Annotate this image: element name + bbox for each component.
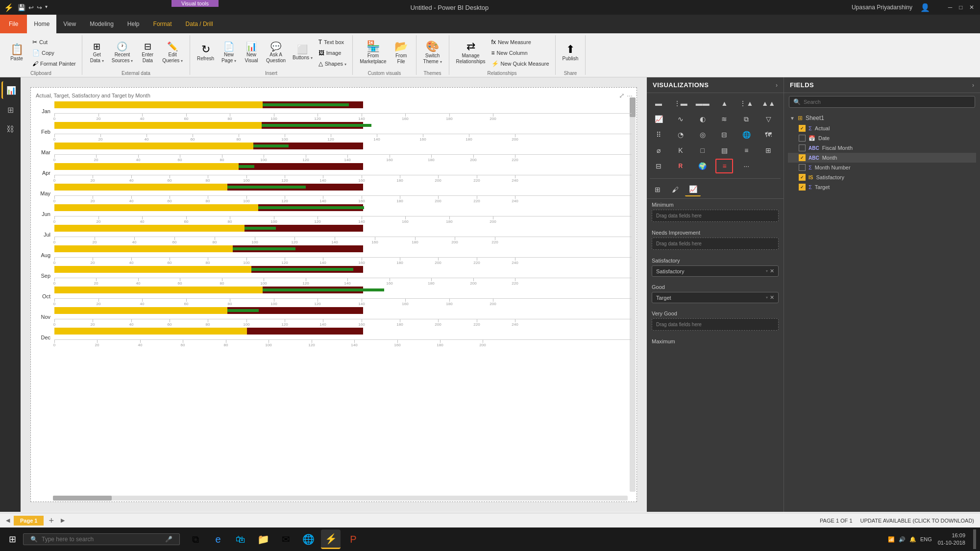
viz-donut[interactable]: ◎: [694, 127, 711, 142]
redo-icon[interactable]: ↪: [37, 4, 42, 11]
minimum-drop-zone[interactable]: Drag data fields here: [652, 210, 779, 222]
from-file-button[interactable]: 📂 FromFile: [391, 36, 412, 70]
viz-waterfall[interactable]: ⧉: [737, 112, 755, 126]
viz-scatter[interactable]: ⠿: [650, 127, 667, 142]
viz-line-col[interactable]: ◐: [694, 112, 711, 126]
tab-view[interactable]: View: [56, 15, 83, 33]
shapes-button[interactable]: △ Shapes ▾: [317, 59, 348, 69]
close-button[interactable]: ✕: [967, 3, 976, 12]
volume-icon[interactable]: 🔊: [899, 536, 906, 543]
fields-panel-expand[interactable]: ›: [972, 82, 974, 89]
field-month-check[interactable]: ✓: [799, 154, 806, 161]
new-column-button[interactable]: ≡ New Column: [490, 48, 551, 58]
taskbar-mail[interactable]: ✉: [276, 529, 295, 549]
field-satisfactory[interactable]: ✓ IS Satisfactory: [788, 172, 976, 182]
field-actual-check[interactable]: ✓: [799, 125, 806, 132]
viz-filled-map[interactable]: 🗺: [760, 127, 777, 142]
viz-clustered-col[interactable]: ⋮▲: [737, 96, 755, 111]
enter-data-button[interactable]: ⊟ EnterData: [137, 36, 158, 70]
buttons-button[interactable]: ⬜ Buttons ▾: [290, 36, 316, 70]
save-icon[interactable]: 💾: [18, 4, 25, 11]
new-visual-button[interactable]: 📊 NewVisual: [241, 36, 262, 70]
chart-focus-icon[interactable]: ⤢: [619, 92, 625, 99]
viz-kpi[interactable]: K: [672, 143, 689, 158]
viz-stacked-bar[interactable]: ▬: [650, 96, 667, 111]
viz-table[interactable]: ⊞: [760, 143, 777, 158]
viz-globe[interactable]: 🌍: [694, 159, 711, 173]
nav-next[interactable]: ▶: [61, 517, 65, 524]
field-target[interactable]: ✓ Σ Target: [788, 182, 976, 192]
viz-stacked-bar-100[interactable]: ▬▬: [694, 96, 711, 111]
switch-theme-button[interactable]: 🎨 SwitchTheme ▾: [420, 36, 445, 70]
field-target-check[interactable]: ✓: [799, 184, 806, 191]
image-button[interactable]: 🖼 Image: [317, 48, 348, 58]
needs-improvement-drop-zone[interactable]: Drag data fields here: [652, 238, 779, 250]
taskbar-store[interactable]: 🛍: [231, 529, 250, 549]
fields-search-box[interactable]: 🔍: [789, 96, 975, 108]
visual-tools-tab[interactable]: Visual tools: [172, 0, 219, 7]
viz-r-script[interactable]: R: [672, 159, 689, 173]
viz-multirow[interactable]: ▤: [715, 143, 733, 158]
tab-modeling[interactable]: Modeling: [83, 15, 121, 33]
publish-button[interactable]: ⬆ Publish: [560, 36, 582, 70]
viz-clustered-bar[interactable]: ⋮▬: [672, 96, 689, 111]
tab-format[interactable]: Format: [147, 15, 179, 33]
tab-home[interactable]: Home: [27, 15, 56, 33]
refresh-button[interactable]: ↻ Refresh: [194, 36, 217, 70]
page-tab-1[interactable]: Page 1: [14, 516, 44, 526]
viz-map[interactable]: 🌐: [737, 127, 755, 142]
viz-treemap[interactable]: ⊟: [715, 127, 733, 142]
field-satisfactory-check[interactable]: ✓: [799, 174, 806, 181]
minimize-button[interactable]: ─: [946, 3, 955, 12]
edit-queries-button[interactable]: ✏️ EditQueries ▾: [159, 36, 186, 70]
nav-model-icon[interactable]: ⛓: [1, 120, 19, 138]
taskbar-powerpoint[interactable]: P: [343, 529, 363, 549]
maximize-button[interactable]: □: [956, 3, 965, 12]
taskbar-task-view[interactable]: ⧉: [186, 529, 205, 549]
show-desktop-button[interactable]: [973, 529, 976, 549]
field-date[interactable]: 📅 Date: [788, 133, 976, 143]
ask-question-button[interactable]: 💬 Ask AQuestion: [263, 36, 289, 70]
viz-line[interactable]: 📈: [650, 112, 667, 126]
taskbar-edge[interactable]: e: [208, 529, 228, 549]
viz-pie[interactable]: ◔: [672, 127, 689, 142]
viz-bullet[interactable]: ≡: [715, 159, 733, 173]
dropdown-icon[interactable]: ▾: [45, 4, 48, 11]
viz-matrix[interactable]: ⊟: [650, 159, 667, 173]
satisfactory-remove[interactable]: ✕: [770, 268, 774, 274]
taskbar-chrome[interactable]: 🌐: [298, 529, 318, 549]
field-month-number[interactable]: Σ Month Number: [788, 163, 976, 172]
network-icon[interactable]: 📶: [888, 536, 895, 543]
field-month[interactable]: ✓ ABC Month: [788, 153, 976, 163]
fields-search-input[interactable]: [804, 99, 971, 105]
viz-stacked-col-100[interactable]: ▲▲: [760, 96, 777, 111]
viz-tab-fields[interactable]: ⊞: [650, 183, 665, 196]
field-fiscal-month[interactable]: ABC Fiscal Month: [788, 143, 976, 153]
nav-prev[interactable]: ◀: [6, 517, 10, 524]
notifications-icon[interactable]: 🔔: [909, 536, 916, 543]
good-remove[interactable]: ✕: [770, 294, 774, 301]
add-page-button[interactable]: +: [46, 516, 57, 525]
viz-funnel[interactable]: ▽: [760, 112, 777, 126]
text-box-button[interactable]: T Text box: [317, 37, 348, 47]
tab-file[interactable]: File: [0, 15, 27, 33]
new-quick-measure-button[interactable]: ⚡ New Quick Measure: [490, 59, 551, 69]
field-fiscal-month-check[interactable]: [799, 144, 806, 151]
viz-tab-analytics[interactable]: 📈: [685, 183, 701, 196]
undo-icon[interactable]: ↩: [28, 4, 34, 11]
viz-slicer[interactable]: ≡: [737, 143, 755, 158]
satisfactory-dropdown[interactable]: ▾: [766, 269, 768, 273]
field-actual[interactable]: ✓ Σ Actual: [788, 123, 976, 133]
viz-stacked-col[interactable]: ▲: [715, 96, 733, 111]
field-date-check[interactable]: [799, 135, 806, 142]
from-marketplace-button[interactable]: 🏪 FromMarketplace: [357, 36, 389, 70]
viz-ribbon[interactable]: ≋: [715, 112, 733, 126]
very-good-drop-zone[interactable]: Drag data fields here: [652, 318, 779, 331]
copy-button[interactable]: 📄 Copy: [30, 48, 78, 58]
nav-data-icon[interactable]: ⊞: [1, 101, 19, 119]
viz-card[interactable]: □: [694, 143, 711, 158]
viz-gauge[interactable]: ⌀: [650, 143, 667, 158]
viz-panel-collapse[interactable]: ›: [776, 82, 778, 89]
taskbar-powerbi[interactable]: ⚡: [321, 529, 341, 549]
taskbar-search-input[interactable]: [42, 536, 161, 543]
